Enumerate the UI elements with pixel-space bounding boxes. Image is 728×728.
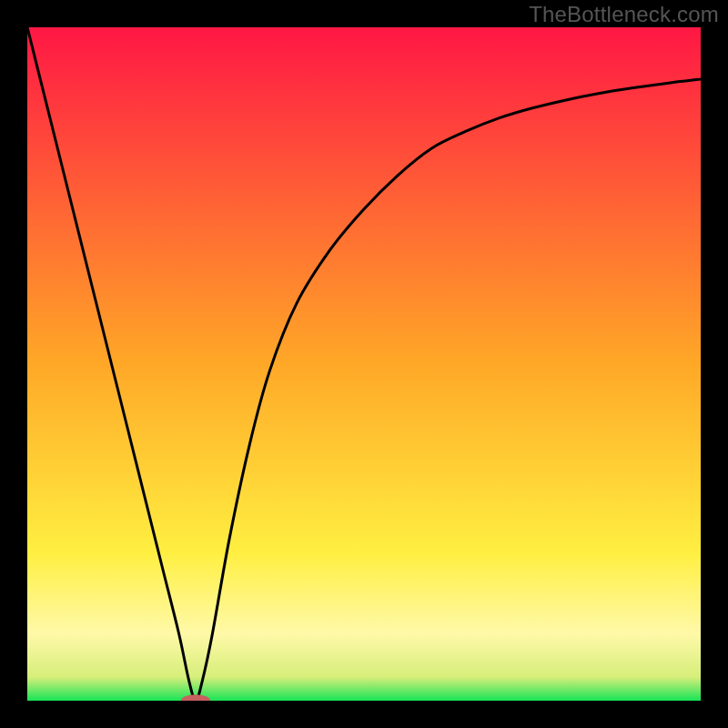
plot-background: [27, 27, 701, 701]
attribution-text: TheBottleneck.com: [529, 2, 719, 27]
bottleneck-chart: [27, 27, 701, 701]
chart-frame: TheBottleneck.com: [0, 0, 728, 728]
